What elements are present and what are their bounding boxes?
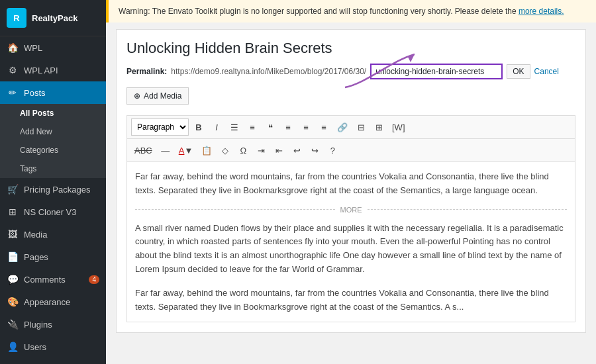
warning-bar: Warning: The Envato Toolkit plugin is no… <box>106 0 596 23</box>
add-media-button[interactable]: ⊕ Add Media <box>126 87 189 105</box>
paste-text-button[interactable]: 📋 <box>198 142 215 159</box>
editor-body-text-3: Far far away, behind the word mountains,… <box>135 287 567 314</box>
text-color-button[interactable]: A ▼ <box>175 142 197 159</box>
api-icon: ⚙ <box>7 65 19 75</box>
permalink-row: Permalink: https://demo9.realtyna.info/M… <box>126 64 575 79</box>
pages-icon: 📄 <box>7 251 19 262</box>
ordered-list-button[interactable]: ≡ <box>244 118 260 136</box>
content-wrap: Unlocking Hidden Brain Secrets Permalink… <box>116 29 586 333</box>
permalink-label: Permalink: <box>126 67 167 76</box>
more-label: MORE <box>340 206 362 214</box>
sidebar: R RealtyPack 🏠 WPL ⚙ WPL API ✏ Posts All… <box>0 0 106 364</box>
wp-button[interactable]: [W] <box>389 118 409 136</box>
more-divider: MORE <box>135 206 567 214</box>
strikethrough-button[interactable]: ABC <box>131 142 156 159</box>
more-break-button[interactable]: ⊟ <box>353 118 369 136</box>
sidebar-item-wpl[interactable]: 🏠 WPL <box>0 36 106 59</box>
sidebar-item-label: Comments <box>24 275 66 285</box>
post-title: Unlocking Hidden Brain Secrets <box>126 40 575 57</box>
sidebar-item-label: Media <box>24 230 47 240</box>
align-left-button[interactable]: ≡ <box>280 118 296 136</box>
italic-button[interactable]: I <box>209 118 224 136</box>
sidebar-logo[interactable]: R RealtyPack <box>0 0 106 36</box>
outdent-button[interactable]: ⇤ <box>271 142 287 159</box>
sidebar-sub-add-new[interactable]: Add New <box>7 122 106 141</box>
sidebar-item-label: Pages <box>24 252 48 262</box>
pricing-icon: 🛒 <box>7 184 19 195</box>
warning-link[interactable]: more details. <box>519 7 564 16</box>
add-media-label: Add Media <box>144 91 181 101</box>
permalink-cancel-button[interactable]: Cancel <box>534 67 559 76</box>
sidebar-item-pages[interactable]: 📄 Pages <box>0 246 106 268</box>
sidebar-item-appearance[interactable]: 🎨 Appearance <box>0 291 106 313</box>
sidebar-sub-all-posts[interactable]: All Posts <box>7 104 106 122</box>
permalink-url: https://demo9.realtyna.info/MikeDemo/blo… <box>171 67 366 76</box>
comments-badge: 4 <box>89 275 99 284</box>
comments-icon: 💬 <box>7 274 19 285</box>
blockquote-button[interactable]: ❝ <box>262 118 278 136</box>
sidebar-item-media[interactable]: 🖼 Media <box>0 223 106 246</box>
sidebar-item-plugins[interactable]: 🔌 Plugins <box>0 313 106 336</box>
sidebar-item-label: Posts <box>24 88 46 98</box>
sidebar-sub-categories[interactable]: Categories <box>7 141 106 159</box>
sidebar-item-ns-cloner[interactable]: ⊞ NS Cloner V3 <box>0 201 106 223</box>
align-center-button[interactable]: ≡ <box>298 118 314 136</box>
format-select[interactable]: Paragraph Heading 1 Heading 2 Heading 3 <box>131 118 189 136</box>
main-content: Warning: The Envato Toolkit plugin is no… <box>106 0 596 364</box>
editor-toolbar-row1: Paragraph Heading 1 Heading 2 Heading 3 … <box>126 115 575 139</box>
editor-area[interactable]: Far far away, behind the word mountains,… <box>126 162 575 322</box>
bold-button[interactable]: B <box>191 118 207 136</box>
table-button[interactable]: ⊞ <box>371 118 387 136</box>
appearance-icon: 🎨 <box>7 296 19 307</box>
sidebar-sub-tags[interactable]: Tags <box>7 159 106 178</box>
sidebar-item-users[interactable]: 👤 Users <box>0 336 106 358</box>
users-icon: 👤 <box>7 341 19 352</box>
horizontal-rule-button[interactable]: — <box>158 142 174 159</box>
sidebar-item-comments[interactable]: 💬 Comments 4 <box>0 268 106 291</box>
sidebar-item-pricing-packages[interactable]: 🛒 Pricing Packages <box>0 178 106 201</box>
permalink-slug-input[interactable] <box>370 64 503 79</box>
posts-icon: ✏ <box>7 87 19 98</box>
warning-text: Warning: The Envato Toolkit plugin is no… <box>119 7 517 16</box>
editor-toolbar-row2: ABC — A ▼ 📋 ◇ Ω ⇥ ⇤ ↩ ↪ ? <box>126 139 575 162</box>
sidebar-item-label: WPL <box>24 43 42 53</box>
sidebar-logo-text: RealtyPack <box>32 13 77 23</box>
editor-body-text-1: Far far away, behind the word mountains,… <box>135 170 567 198</box>
indent-button[interactable]: ⇥ <box>253 142 269 159</box>
sidebar-item-label: WPL API <box>24 66 58 75</box>
sidebar-item-label: Users <box>24 342 46 352</box>
undo-button[interactable]: ↩ <box>289 142 305 159</box>
home-icon: 🏠 <box>7 42 19 53</box>
permalink-ok-button[interactable]: OK <box>507 64 530 79</box>
help-button[interactable]: ? <box>324 142 340 159</box>
sidebar-item-wpl-api[interactable]: ⚙ WPL API <box>0 59 106 81</box>
sidebar-item-label: Pricing Packages <box>24 185 90 195</box>
unordered-list-button[interactable]: ☰ <box>226 118 242 136</box>
link-button[interactable]: 🔗 <box>334 118 351 136</box>
special-char-button[interactable]: Ω <box>235 142 251 159</box>
editor-body-text-2: A small river named Duden flows by their… <box>135 222 567 277</box>
sidebar-logo-icon: R <box>7 8 26 28</box>
sidebar-posts-submenu: All Posts Add New Categories Tags <box>0 104 106 178</box>
sidebar-item-posts[interactable]: ✏ Posts <box>0 81 106 104</box>
plugins-icon: 🔌 <box>7 319 19 330</box>
sidebar-item-label: Appearance <box>24 297 70 307</box>
sidebar-item-label: Plugins <box>24 320 52 330</box>
redo-button[interactable]: ↪ <box>307 142 323 159</box>
add-media-icon: ⊕ <box>134 91 140 101</box>
cloner-icon: ⊞ <box>7 206 19 217</box>
media-icon: 🖼 <box>7 229 19 240</box>
clear-format-button[interactable]: ◇ <box>217 142 233 159</box>
align-right-button[interactable]: ≡ <box>316 118 332 136</box>
sidebar-item-label: NS Cloner V3 <box>24 207 76 217</box>
